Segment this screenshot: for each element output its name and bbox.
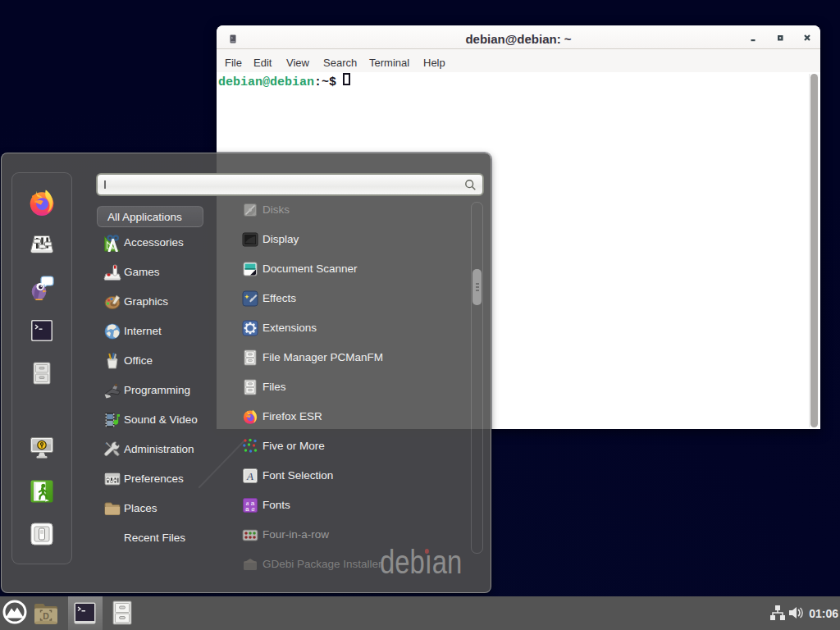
svg-text:a: a xyxy=(245,505,249,513)
svg-text:A: A xyxy=(246,470,253,482)
svg-text:D: D xyxy=(43,611,49,621)
svg-text:a: a xyxy=(252,505,255,513)
